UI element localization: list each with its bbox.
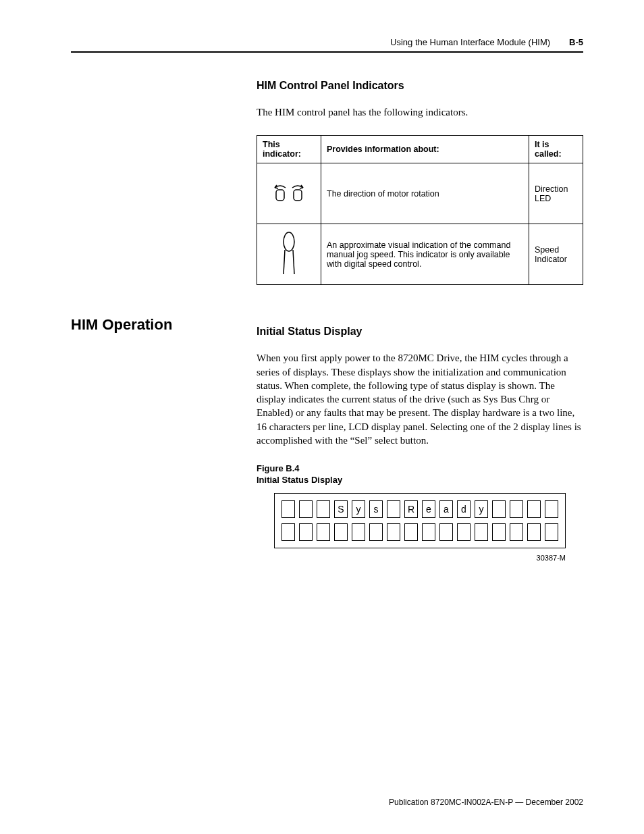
table-cell: Speed Indicator bbox=[529, 224, 583, 285]
figure-label: Figure B.4 bbox=[257, 463, 300, 473]
section1-intro: The HIM control panel has the following … bbox=[257, 105, 583, 119]
running-header: Using the Human Interface Module (HIM) B… bbox=[71, 37, 583, 53]
section2-body: When you first apply power to the 8720MC… bbox=[257, 351, 583, 447]
lcd-cell bbox=[439, 523, 453, 541]
lcd-cell bbox=[527, 523, 541, 541]
svg-line-4 bbox=[293, 250, 294, 274]
lcd-cell bbox=[545, 500, 558, 518]
figure-title: Initial Status Display bbox=[257, 475, 342, 485]
lcd-cell bbox=[317, 523, 330, 541]
figure-caption: Figure B.4 Initial Status Display bbox=[257, 463, 583, 486]
lcd-cell bbox=[510, 523, 523, 541]
lcd-cell bbox=[387, 500, 400, 518]
lcd-cell bbox=[422, 523, 435, 541]
figure-id: 30387-M bbox=[274, 554, 566, 562]
lcd-cell bbox=[457, 523, 471, 541]
lcd-cell bbox=[492, 523, 506, 541]
lcd-cell bbox=[475, 523, 488, 541]
lcd-cell: a bbox=[439, 500, 453, 518]
lcd-cell: S bbox=[334, 500, 348, 518]
lcd-cell: d bbox=[457, 500, 471, 518]
indicators-table: This indicator: Provides information abo… bbox=[257, 135, 583, 285]
lcd-cell bbox=[492, 500, 506, 518]
section1-heading: HIM Control Panel Indicators bbox=[257, 80, 583, 92]
lcd-row-1: SysReady bbox=[281, 500, 558, 518]
lcd-cell bbox=[317, 500, 330, 518]
lcd-cell bbox=[387, 523, 400, 541]
table-header: It is called: bbox=[529, 136, 583, 163]
lcd-cell: R bbox=[404, 500, 418, 518]
lcd-cell: e bbox=[422, 500, 435, 518]
page-number: B-5 bbox=[569, 37, 583, 47]
lcd-cell bbox=[545, 523, 558, 541]
lcd-cell bbox=[281, 523, 295, 541]
lcd-cell bbox=[334, 523, 348, 541]
lcd-cell bbox=[404, 523, 418, 541]
svg-rect-1 bbox=[294, 190, 302, 201]
table-header: This indicator: bbox=[257, 136, 321, 163]
lcd-cell bbox=[299, 523, 313, 541]
svg-point-2 bbox=[284, 232, 294, 251]
lcd-row-2 bbox=[281, 523, 558, 541]
lcd-cell bbox=[510, 500, 523, 518]
table-cell: An approximate visual indication of the … bbox=[321, 224, 529, 285]
section2-heading: Initial Status Display bbox=[257, 325, 583, 338]
running-head-text: Using the Human Interface Module (HIM) bbox=[390, 37, 550, 47]
lcd-cell: y bbox=[475, 500, 488, 518]
table-header: Provides information about: bbox=[321, 136, 529, 163]
sidebar-heading: HIM Operation bbox=[71, 316, 230, 334]
lcd-display: SysReady bbox=[274, 493, 566, 548]
table-cell: The direction of motor rotation bbox=[321, 163, 529, 224]
footer-publication: Publication 8720MC-IN002A-EN-P — Decembe… bbox=[389, 798, 583, 807]
lcd-cell: y bbox=[352, 500, 365, 518]
lcd-cell bbox=[352, 523, 365, 541]
lcd-cell: s bbox=[369, 500, 383, 518]
speed-indicator-icon bbox=[257, 224, 321, 285]
lcd-cell bbox=[369, 523, 383, 541]
lcd-cell bbox=[299, 500, 313, 518]
table-cell: Direction LED bbox=[529, 163, 583, 224]
lcd-cell bbox=[281, 500, 295, 518]
table-row: An approximate visual indication of the … bbox=[257, 224, 583, 285]
direction-led-icon bbox=[257, 163, 321, 224]
svg-rect-0 bbox=[276, 190, 284, 201]
svg-line-3 bbox=[284, 250, 285, 274]
lcd-cell bbox=[527, 500, 541, 518]
table-row: The direction of motor rotation Directio… bbox=[257, 163, 583, 224]
